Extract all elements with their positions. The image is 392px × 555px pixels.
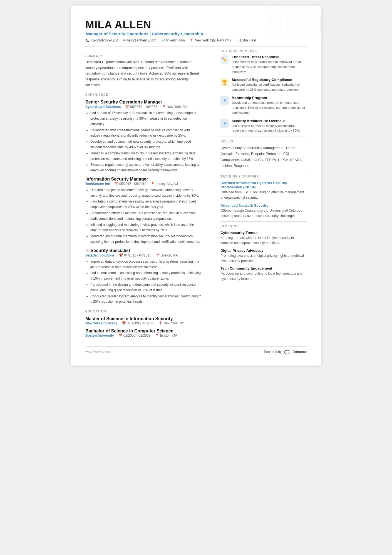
training-divider: [220, 172, 307, 172]
job-3: IT Security Specialist DataSec Solutions…: [85, 248, 202, 305]
training-1-title: Certified Information Systems Security P…: [220, 181, 307, 189]
edu-1: Master of Science in Information Securit…: [85, 316, 202, 325]
achievement-3-content: Mentorship Program Developed a mentorshi…: [232, 96, 307, 115]
edu-1-school: New York University: [85, 321, 117, 325]
bullet: Executed regular security audits and vul…: [90, 162, 202, 173]
bullet: Conducted regular system analysis to ide…: [90, 294, 202, 305]
skills-divider: [220, 137, 307, 137]
achievement-3-title: Mentorship Program: [232, 96, 307, 100]
training-2: Advanced Network Security Offered throug…: [220, 203, 307, 219]
experience-label: EXPERIENCE: [85, 93, 202, 96]
heart-icon-2: ♥: [223, 121, 226, 126]
job-2-title: Information Security Manager: [85, 177, 202, 182]
edu-2-date: 📅 01/2005 - 01/2009: [118, 334, 151, 337]
calendar-icon-edu1: 📅: [122, 321, 126, 325]
job-1-bullets: Led a team of 15 security professionals …: [85, 110, 202, 173]
achievement-2: 🏆 Successful Regulatory Compliance Achie…: [220, 78, 307, 92]
contact-email: ✉ help@enhancv.com: [123, 38, 156, 42]
powered-by-text: Powered by: [264, 350, 282, 354]
passion-3-title: Tech Community Engagement: [220, 266, 307, 270]
footer: www.enhancv.com Powered by Enhancv: [85, 346, 307, 354]
bullet: Directed a project to implement next-gen…: [90, 188, 202, 199]
calendar-icon-1: 📅: [125, 105, 129, 109]
passions-divider: [220, 221, 307, 222]
achievement-1-desc: Implemented new strategies that improved…: [232, 60, 307, 74]
bullet: Improved data encryption processes acros…: [90, 259, 202, 270]
header-divider: [85, 46, 307, 46]
star-icon: ☆: [236, 39, 239, 42]
extra-text: Extra Field: [240, 38, 256, 42]
job-3-company: DataSec Solutions: [85, 253, 115, 257]
training-2-title: Advanced Network Security: [220, 203, 307, 208]
pencil-icon: ✏️: [222, 57, 227, 62]
passion-3-desc: Participating and contributing to local …: [220, 271, 307, 281]
job-2: Information Security Manager TechSecure …: [85, 177, 202, 245]
bullet: Managed a complex transition to cloud-ba…: [90, 151, 202, 162]
calendar-icon-edu2: 📅: [118, 334, 123, 337]
achievement-2-icon-wrap: 🏆: [220, 78, 229, 87]
calendar-icon-2: 📅: [114, 182, 118, 186]
bullet: Spearheaded efforts to achieve PCI compl…: [90, 211, 202, 222]
bullet: Led a team of 15 security professionals …: [90, 110, 202, 127]
contact-bar: 📞 +1-(234)-555-1234 ✉ help@enhancv.com 🔗…: [85, 38, 307, 42]
job-3-date: 📅 04/2011 - 04/2015: [119, 253, 151, 257]
job-1-location: 📍 New York, NY: [162, 105, 187, 109]
edu-2-location: 📍 Boston, MA: [155, 334, 177, 337]
training-1: Certified Information Systems Security P…: [220, 181, 307, 200]
job-2-bullets: Directed a project to implement next-gen…: [85, 188, 202, 245]
right-column: KEY ACHIEVEMENTS ✏️ Enhanced Threat Resp…: [212, 49, 307, 338]
achievement-1: ✏️ Enhanced Threat Response Implemented …: [220, 55, 307, 74]
heart-icon-1: ♥: [223, 98, 226, 103]
edu-1-meta: New York University 📅 01/2009 - 01/2011 …: [85, 321, 202, 325]
left-column: SUMMARY Dedicated IT professional with o…: [85, 49, 202, 338]
job-2-company: TechSecure Inc: [85, 182, 110, 186]
achievement-2-title: Successful Regulatory Compliance: [232, 78, 307, 82]
footer-branding: Powered by Enhancv: [264, 349, 307, 354]
job-1-meta: CyberGuard Solutions 📅 06/2019 - 10/2023…: [85, 105, 202, 109]
linkedin-text: linkedin.com: [166, 38, 185, 42]
bullet: Facilitated a comprehensive security awa…: [90, 199, 202, 210]
bullet: Led a small team in assessing and enhanc…: [90, 270, 202, 282]
skills-text: Cybersecurity, Vulnerability Management,…: [220, 145, 307, 169]
achievement-2-content: Successful Regulatory Compliance Achieve…: [232, 78, 307, 92]
edu-2-degree: Bachelor of Science in Computer Science: [85, 329, 202, 334]
bullet: Participated in the design and deploymen…: [90, 282, 202, 293]
summary-text: Dedicated IT professional with over 10 y…: [85, 59, 202, 88]
edu-1-location: 📍 New York, NY: [158, 321, 184, 325]
achievement-2-desc: Achieved compliance certifications, redu…: [232, 82, 307, 92]
passion-1: Cybersecurity Trends Keeping abreast wit…: [220, 231, 307, 246]
job-1-company: CyberGuard Solutions: [85, 105, 121, 109]
summary-label: SUMMARY: [85, 54, 202, 58]
job-2-location: 📍 Jersey City, NJ: [151, 182, 178, 186]
link-icon: 🔗: [161, 39, 165, 42]
job-1-title: Senior Security Operations Manager: [85, 100, 202, 105]
skills-label: SKILLS: [220, 140, 307, 143]
job-1: Senior Security Operations Manager Cyber…: [85, 100, 202, 173]
job-2-date: 📅 05/2015 - 05/2019: [114, 182, 146, 186]
education-label: EDUCATION: [85, 310, 202, 313]
job-1-date: 📅 06/2019 - 10/2023: [125, 105, 157, 109]
pin-icon-1: 📍: [162, 105, 166, 109]
job-3-title: IT Security Specialist: [85, 248, 202, 253]
achievement-4-desc: Led a project to revamp security archite…: [232, 124, 307, 134]
passions-label: PASSIONS: [220, 225, 307, 228]
achievement-3-icon-wrap: ♥: [220, 96, 229, 105]
edu-2: Bachelor of Science in Computer Science …: [85, 329, 202, 337]
job-3-location: 📍 Boston, MA: [156, 253, 178, 257]
pin-icon-edu1: 📍: [158, 321, 163, 325]
footer-website: www.enhancv.com: [85, 350, 111, 354]
training-1-desc: Obtained from (ISC)², focusing on effect…: [220, 190, 307, 200]
achievement-4-title: Security Architecture Overhaul: [232, 119, 307, 123]
training-2-desc: Offered through Coursera by the Universi…: [220, 208, 307, 219]
pin-icon-3: 📍: [156, 253, 160, 257]
enhancv-logo-icon: [283, 349, 291, 354]
job-2-meta: TechSecure Inc 📅 05/2015 - 05/2019 📍 Jer…: [85, 182, 202, 186]
location-icon: 📍: [190, 39, 193, 42]
email-text: help@enhancv.com: [127, 38, 156, 42]
passion-2: Digital Privacy Advocacy Promoting aware…: [220, 248, 307, 263]
contact-location: 📍 New York City, New York: [190, 38, 231, 42]
decorative-dots: [266, 6, 321, 39]
bullet: Collaborated with cross-functional teams…: [90, 128, 202, 139]
contact-extra: ☆ Extra Field: [236, 38, 256, 42]
phone-icon: 📞: [85, 39, 89, 42]
